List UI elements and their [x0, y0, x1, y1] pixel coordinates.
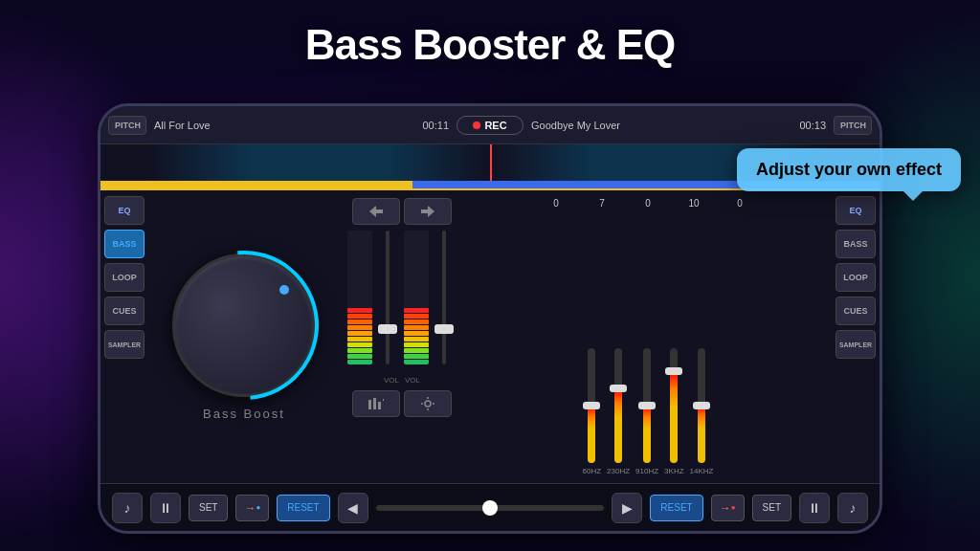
track-right: Goodbye My Lover 00:13	[523, 120, 834, 131]
next-btn[interactable]: ▶	[612, 493, 642, 523]
rec-dot	[473, 121, 480, 129]
vu-fader-left[interactable]	[376, 231, 401, 364]
arrow-btn-left[interactable]: → ●	[235, 495, 269, 521]
knob-arc	[139, 220, 349, 430]
vu-fader-right[interactable]	[433, 231, 457, 364]
eq-handle-60hz[interactable]	[583, 402, 600, 409]
eq-area: 0 7 0 10 0 60HZ	[464, 190, 832, 483]
progress-thumb	[482, 500, 498, 516]
eq-track-60hz[interactable]	[588, 348, 595, 463]
eq-slider-910hz: 910HZ	[635, 348, 658, 475]
music-icon-left: ♪	[124, 500, 131, 516]
sidebar-btn-sampler-left[interactable]: SAMPLER	[104, 330, 145, 359]
sidebar-btn-loop-left[interactable]: LOOP	[104, 263, 145, 292]
vu-btn-right[interactable]	[404, 198, 452, 225]
eq-handle-3khz[interactable]	[665, 367, 682, 375]
svg-rect-4	[378, 402, 381, 409]
reset-btn-left[interactable]: RESET	[277, 495, 329, 521]
eq-fill-230hz	[614, 388, 622, 463]
eq-freq-230hz: 230HZ	[607, 467, 630, 475]
sidebar-btn-eq-right[interactable]: EQ	[835, 196, 876, 225]
main-content: EQ BASS LOOP CUES SAMPLER Bass Boost	[100, 190, 880, 483]
eq-handle-910hz[interactable]	[638, 402, 656, 409]
eq-val-1: 7	[583, 198, 621, 209]
vu-bottom-btns	[347, 390, 457, 417]
top-bar: PITCH All For Love 00:11 REC Goodbye My …	[100, 106, 880, 144]
eq-freq-60hz: 60HZ	[583, 467, 602, 475]
prev-icon: ◀	[347, 500, 358, 516]
vu-controls	[347, 198, 457, 225]
sidebar-btn-cues-left[interactable]: CUES	[104, 297, 145, 325]
eq-handle-14khz[interactable]	[693, 402, 710, 409]
left-panel: EQ BASS LOOP CUES SAMPLER	[100, 190, 148, 483]
reset-btn-right[interactable]: RESET	[650, 495, 702, 521]
vol-label-left: VOL	[384, 376, 399, 385]
eq-val-0: 0	[537, 198, 575, 209]
svg-rect-3	[373, 398, 376, 409]
eq-track-3khz[interactable]	[670, 348, 678, 463]
svg-rect-2	[368, 400, 371, 409]
sidebar-btn-bass-left[interactable]: BASS	[104, 230, 145, 258]
track-left-time: 00:11	[422, 120, 449, 131]
eq-track-230hz[interactable]	[614, 348, 622, 463]
vu-eq-icon-btn[interactable]	[352, 390, 400, 417]
pitch-btn-left[interactable]: PITCH	[108, 116, 146, 135]
vu-btn-left[interactable]	[352, 198, 400, 225]
right-panel: EQ BASS LOOP CUES SAMPLER	[832, 190, 880, 483]
vu-settings-btn[interactable]	[404, 390, 452, 417]
eq-track-910hz[interactable]	[643, 348, 651, 463]
pause-icon-right: ⏸	[808, 500, 821, 516]
rec-button[interactable]: REC	[457, 116, 523, 135]
music-btn-right[interactable]: ♪	[837, 493, 868, 523]
arrow-icon-right: →	[720, 501, 731, 515]
svg-rect-5	[383, 399, 384, 401]
fader-handle-left	[378, 324, 397, 334]
sidebar-btn-sampler-right[interactable]: SAMPLER	[835, 330, 876, 359]
pause-btn-right[interactable]: ⏸	[799, 493, 830, 523]
eq-fill-910hz	[643, 406, 651, 463]
music-btn-left[interactable]: ♪	[112, 493, 143, 523]
eq-freq-14khz: 14KHZ	[690, 467, 714, 475]
pause-btn-left[interactable]: ⏸	[150, 493, 181, 523]
sidebar-btn-eq-left[interactable]: EQ	[104, 196, 145, 225]
svg-marker-1	[421, 206, 434, 217]
set-btn-right[interactable]: SET	[752, 495, 791, 521]
eq-handle-230hz[interactable]	[610, 385, 627, 392]
main-title: Bass Booster & EQ	[0, 21, 980, 69]
set-btn-left[interactable]: SET	[189, 495, 228, 521]
eq-val-4: 0	[721, 198, 759, 209]
eq-slider-60hz: 60HZ	[583, 348, 602, 475]
prev-btn[interactable]: ◀	[338, 493, 368, 523]
tooltip-bubble: Adjust your own effect	[737, 148, 961, 191]
eq-slider-230hz: 230HZ	[607, 348, 630, 475]
vu-meter-fill-right	[404, 308, 429, 364]
svg-marker-0	[369, 206, 383, 217]
sidebar-btn-loop-right[interactable]: LOOP	[835, 263, 876, 292]
knob-container[interactable]	[172, 253, 316, 397]
music-icon-right: ♪	[850, 500, 857, 516]
eq-top-row: 0 7 0 10 0	[472, 198, 824, 209]
transport-bar: ♪ ⏸ SET → ● RESET ◀ ▶ RESET → ● SET ⏸ ♪	[100, 483, 880, 531]
knob-indicator	[279, 285, 289, 295]
track-left-name: All For Love	[154, 120, 422, 131]
arrow-btn-right[interactable]: → ●	[711, 495, 745, 521]
knob-area: Bass Boost	[148, 190, 340, 483]
pitch-btn-right[interactable]: PITCH	[834, 116, 872, 135]
track-right-time: 00:13	[799, 120, 826, 131]
eq-freq-910hz: 910HZ	[635, 467, 658, 475]
eq-track-14khz[interactable]	[698, 348, 705, 463]
fader-track-left	[386, 231, 390, 364]
eq-fill-60hz	[588, 406, 595, 463]
vu-meter-left	[347, 231, 372, 364]
bass-knob[interactable]	[172, 253, 316, 397]
vu-meters-row	[347, 231, 457, 364]
sidebar-btn-bass-right[interactable]: BASS	[835, 230, 876, 258]
sidebar-btn-cues-right[interactable]: CUES	[835, 297, 876, 325]
next-icon: ▶	[622, 500, 633, 516]
eq-sliders-row: 60HZ 230HZ 910HZ	[472, 212, 824, 475]
progress-track[interactable]	[376, 505, 605, 511]
knob-label: Bass Boost	[203, 407, 285, 421]
fader-track-right	[442, 231, 446, 364]
eq-fill-14khz	[698, 406, 705, 463]
eq-slider-3khz: 3KHZ	[664, 348, 683, 475]
